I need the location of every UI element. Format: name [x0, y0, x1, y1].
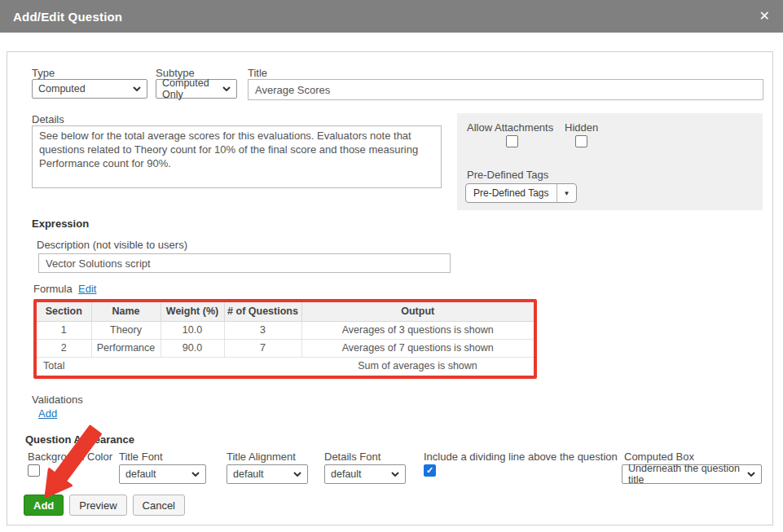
subtype-select[interactable]: Computed Only	[156, 79, 237, 99]
col-header-section: Section	[37, 302, 91, 321]
title-label: Title	[248, 67, 267, 79]
cell-questions: 3	[224, 321, 301, 339]
description-input[interactable]	[38, 253, 451, 273]
chevron-down-icon	[391, 472, 399, 477]
col-header-questions: # of Questions	[224, 302, 301, 321]
hidden-label: Hidden	[565, 121, 598, 134]
col-header-weight: Weight (%)	[161, 302, 224, 321]
cell-section: 1	[37, 321, 91, 339]
question-appearance-heading: Question Appearance	[25, 433, 134, 446]
modal-header: Add/Edit Question ✕	[0, 0, 783, 33]
expression-heading: Expression	[32, 218, 89, 230]
table-row: 2 Performance 90.0 7 Averages of 7 quest…	[37, 339, 534, 357]
title-input[interactable]	[248, 79, 763, 100]
computed-box-select-value: Underneath the question title	[628, 463, 742, 486]
cancel-button[interactable]: Cancel	[133, 495, 185, 516]
formula-table-highlight-rectangle: Section Name Weight (%) # of Questions O…	[33, 299, 537, 379]
question-options-box: Allow Attachments ✓ Hidden ✓ Pre-Defined…	[457, 113, 763, 210]
dividing-line-checkbox[interactable]: ✓	[424, 464, 436, 477]
details-textarea[interactable]: See below for the total average scores f…	[32, 125, 442, 188]
close-icon[interactable]: ✕	[759, 10, 770, 23]
add-button[interactable]: Add	[24, 495, 64, 516]
chevron-down-icon	[747, 472, 755, 477]
type-select[interactable]: Computed	[32, 79, 147, 99]
title-alignment-select-value: default	[233, 468, 264, 480]
cell-output: Averages of 3 questions is shown	[301, 321, 534, 339]
total-output: Sum of averages is shown	[301, 357, 534, 375]
cell-section: 2	[37, 339, 91, 357]
dropdown-arrow-icon: ▼	[557, 190, 577, 197]
preview-button[interactable]: Preview	[69, 495, 126, 516]
cell-name: Theory	[91, 321, 161, 339]
dividing-line-label: Include a dividing line above the questi…	[424, 451, 618, 463]
details-font-select[interactable]: default	[324, 464, 406, 484]
formula-table-header-row: Section Name Weight (%) # of Questions O…	[37, 302, 534, 321]
chevron-down-icon	[293, 472, 301, 477]
col-header-name: Name	[91, 302, 161, 321]
predefined-tags-dropdown[interactable]: Pre-Defined Tags ▼	[465, 183, 577, 203]
title-font-label: Title Font	[119, 451, 163, 463]
predefined-tags-label: Pre-Defined Tags	[467, 169, 548, 181]
title-alignment-label: Title Alignment	[227, 451, 296, 463]
details-label: Details	[32, 113, 64, 125]
description-label: Description (not visible to users)	[37, 239, 187, 251]
subtype-select-value: Computed Only	[162, 77, 218, 100]
computed-box-select[interactable]: Underneath the question title	[622, 464, 762, 484]
cell-name: Performance	[91, 339, 161, 357]
cell-questions: 7	[224, 339, 301, 357]
check-icon: ✓	[426, 466, 433, 475]
predefined-tags-dropdown-text: Pre-Defined Tags	[466, 187, 556, 199]
formula-label: Formula	[33, 283, 73, 295]
type-select-value: Computed	[38, 83, 86, 95]
cell-output: Averages of 7 questions is shown	[301, 339, 534, 357]
table-row: 1 Theory 10.0 3 Averages of 3 questions …	[37, 321, 534, 339]
title-alignment-select[interactable]: default	[227, 464, 308, 484]
formula-edit-link[interactable]: Edit	[78, 283, 96, 295]
formula-table: Section Name Weight (%) # of Questions O…	[37, 302, 534, 375]
details-font-select-value: default	[331, 468, 362, 480]
details-font-label: Details Font	[324, 451, 381, 463]
chevron-down-icon	[191, 472, 200, 477]
add-edit-question-modal: Add/Edit Question ✕ Type Computed Subtyp…	[0, 0, 783, 532]
table-total-row: Total Sum of averages is shown	[37, 357, 534, 375]
type-label: Type	[32, 67, 55, 79]
background-color-label: Background Color	[28, 451, 112, 463]
validations-add-link[interactable]: Add	[38, 407, 57, 420]
chevron-down-icon	[222, 86, 231, 91]
cell-weight: 90.0	[161, 339, 224, 357]
action-buttons: Add Preview Cancel	[24, 495, 185, 516]
total-label: Total	[37, 357, 301, 375]
validations-label: Validations	[32, 394, 83, 406]
allow-attachments-label: Allow Attachments	[467, 121, 553, 134]
col-header-output: Output	[301, 302, 534, 321]
modal-title: Add/Edit Question	[13, 10, 122, 24]
cell-weight: 10.0	[161, 321, 224, 339]
allow-attachments-checkbox[interactable]: ✓	[506, 135, 518, 147]
title-font-select[interactable]: default	[119, 464, 206, 484]
computed-box-label: Computed Box	[624, 451, 694, 463]
chevron-down-icon	[133, 86, 141, 91]
hidden-checkbox[interactable]: ✓	[575, 135, 587, 147]
background-color-checkbox[interactable]: ✓	[28, 464, 40, 477]
modal-body-panel: Type Computed Subtype Computed Only Titl…	[7, 51, 773, 525]
title-font-select-value: default	[125, 468, 156, 480]
